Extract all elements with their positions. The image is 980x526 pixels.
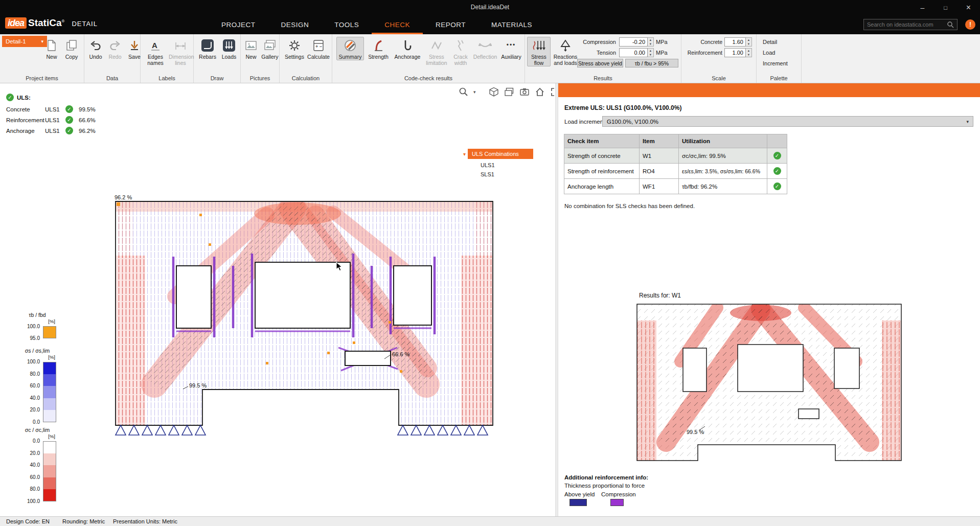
redo-icon <box>106 38 124 53</box>
tree-expander-chevron-icon[interactable]: ▾ <box>463 151 466 157</box>
edges-names-icon: A <box>144 38 167 53</box>
anchorage-button[interactable]: Anchorage <box>393 37 422 60</box>
pass-check-icon: ✓ <box>6 94 14 101</box>
layers-icon[interactable] <box>504 86 515 98</box>
stress-flow-visualization[interactable]: 96.2 % 66.6 % 99.5 % <box>113 194 497 442</box>
table-row-strength-of-concrete[interactable]: Strength of concrete W1 σc/σc,lim: 99.5%… <box>564 148 787 164</box>
combo-item-sls1[interactable]: SLS1 <box>481 171 533 177</box>
group-label-results: Results <box>525 75 681 81</box>
legend-steel-swatch <box>43 362 56 422</box>
col-check-item: Check item <box>564 134 640 148</box>
zoom-icon[interactable] <box>458 86 469 98</box>
mini-annotation-concrete: 99.5 % <box>687 429 704 435</box>
group-project-items: Detail-1 ▾ New Copy Project items <box>0 34 84 83</box>
search-icon <box>947 21 954 28</box>
maximize-button[interactable]: □ <box>934 0 957 15</box>
mini-opening-right <box>834 348 859 388</box>
legend-steel: σs / σs,lim [%] 100.0 80.0 60.0 40.0 20.… <box>18 348 56 425</box>
concrete-scale-spinner[interactable]: ▴▾ <box>746 37 752 47</box>
menu-check[interactable]: CHECK <box>372 15 423 34</box>
main-canvas[interactable]: ✓ ULS: Concrete ULS1 ✓ 99.5% Reinforceme… <box>0 83 555 516</box>
summary-button[interactable]: Summary <box>336 37 364 60</box>
home-view-icon[interactable] <box>534 86 545 98</box>
copy-button[interactable]: Copy <box>61 37 82 60</box>
reinforcement-scale-input[interactable]: 1.00 <box>724 48 746 57</box>
auxiliary-button[interactable]: ••• Auxiliary <box>499 37 523 60</box>
additional-info-subtitle: Thickness proportional to force <box>564 483 645 489</box>
calculator-icon: + − <box>307 38 330 53</box>
menu-tools[interactable]: TOOLS <box>322 15 372 34</box>
legend-bond-swatch <box>43 326 56 338</box>
axonometry-view-icon[interactable] <box>488 86 499 98</box>
undo-button[interactable]: Undo <box>86 37 105 60</box>
combo-root-uls-combinations[interactable]: ULS Combinations <box>468 149 533 159</box>
w1-result-visualization: 99.5 % <box>635 300 904 466</box>
legend-concrete: σc / σc,lim [%] 0.0 20.0 40.0 60.0 80.0 … <box>18 427 56 505</box>
close-button[interactable]: × <box>957 0 980 15</box>
tension-input[interactable]: 0.00 <box>619 48 648 57</box>
detail-selector-dropdown[interactable]: Detail-1 ▾ <box>2 36 47 47</box>
new-project-item-button[interactable]: New <box>42 37 61 60</box>
group-palette: Detail Load Increment Palette <box>757 34 802 83</box>
uls-summary: ✓ ULS: Concrete ULS1 ✓ 99.5% Reinforceme… <box>6 94 102 138</box>
compression-swatch <box>610 499 624 506</box>
help-icon[interactable]: ! <box>965 19 975 30</box>
load-increment-label: Load increment <box>564 119 605 125</box>
spin-down-icon: ▾ <box>650 42 651 46</box>
search-box[interactable] <box>863 19 958 30</box>
palette-detail-option[interactable]: Detail <box>763 39 777 45</box>
strength-button[interactable]: Strength <box>365 37 392 60</box>
loads-button[interactable]: Loads <box>219 37 239 60</box>
status-design-code: Design Code: EN <box>6 518 50 524</box>
minimize-button[interactable]: – <box>911 0 934 15</box>
ribbon: Detail-1 ▾ New Copy Project items Undo R… <box>0 34 980 83</box>
screenshot-icon[interactable] <box>519 86 530 98</box>
group-label-palette: Palette <box>757 75 801 81</box>
new-picture-button[interactable]: New <box>242 37 260 60</box>
gallery-button[interactable]: Gallery <box>260 37 280 60</box>
fit-view-icon[interactable] <box>550 86 555 98</box>
search-input[interactable] <box>867 21 947 28</box>
edges-names-button[interactable]: A Edges names <box>144 37 167 66</box>
menu-design[interactable]: DESIGN <box>268 15 322 34</box>
results-for-label: Results for: W1 <box>639 292 681 299</box>
concrete-scale-input[interactable]: 1.60 <box>724 37 746 47</box>
wall-opening-center <box>255 262 350 328</box>
combo-item-uls1[interactable]: ULS1 <box>481 162 533 168</box>
compression-input[interactable]: -0.20 <box>619 37 648 47</box>
table-row-strength-of-reinforcement[interactable]: Strength of reinforcement RO4 εs/εs,lim:… <box>564 164 787 179</box>
loads-icon <box>220 38 238 53</box>
bond-filter-toggle[interactable]: τb / fbu > 95% <box>625 59 678 67</box>
undo-icon <box>86 38 105 53</box>
spin-up-icon: ▴ <box>748 49 749 53</box>
reinforcement-scale-spinner[interactable]: ▴▾ <box>746 48 752 57</box>
stress-flow-button[interactable]: Stress flow <box>527 37 551 66</box>
table-row-anchorage-length[interactable]: Anchorage length WF1 τb/fbd: 96.2% ✓ <box>564 179 787 194</box>
uls-row-concrete: Concrete ULS1 ✓ 99.5% <box>6 105 102 113</box>
uls-row-anchorage: Anchorage ULS1 ✓ 96.2% <box>6 127 102 134</box>
gear-icon <box>283 38 306 53</box>
zoom-options-chevron-icon[interactable]: ▾ <box>473 89 476 95</box>
palette-increment-option[interactable]: Increment <box>763 60 788 66</box>
reactions-and-loads-button[interactable]: Reactions and loads <box>552 37 579 66</box>
rebars-icon <box>197 38 218 53</box>
combination-tree: ▾ ULS Combinations ULS1 SLS1 <box>463 149 533 177</box>
group-label-calculation: Calculation <box>280 75 332 81</box>
rebars-button[interactable]: Rebars <box>197 37 218 60</box>
menu-report[interactable]: REPORT <box>423 15 478 34</box>
extreme-uls-title: Extreme ULS: ULS1 (G100.0%, V100.0%) <box>564 104 681 111</box>
tension-spinner[interactable]: ▴▾ <box>648 48 654 57</box>
load-increment-dropdown[interactable]: G100.0%, V100.0% ▾ <box>602 116 973 127</box>
calculate-button[interactable]: + − Calculate <box>306 37 331 60</box>
group-scale: Concrete 1.60 ▴▾ Reinforcement 1.00 ▴▾ S… <box>681 34 757 83</box>
group-results: Stress flow Reactions and loads Compress… <box>525 34 681 83</box>
settings-button[interactable]: Settings <box>283 37 306 60</box>
palette-load-option[interactable]: Load <box>763 50 775 56</box>
menu-project[interactable]: PROJECT <box>209 15 268 34</box>
table-header-row: Check item Item Utilization <box>564 134 787 148</box>
menu-materials[interactable]: MATERIALS <box>478 15 545 34</box>
stress-above-yield-toggle[interactable]: Stress above yield <box>577 59 623 67</box>
compression-spinner[interactable]: ▴▾ <box>648 37 654 47</box>
new-document-icon <box>42 38 61 53</box>
main-menu: PROJECT DESIGN TOOLS CHECK REPORT MATERI… <box>209 15 545 34</box>
